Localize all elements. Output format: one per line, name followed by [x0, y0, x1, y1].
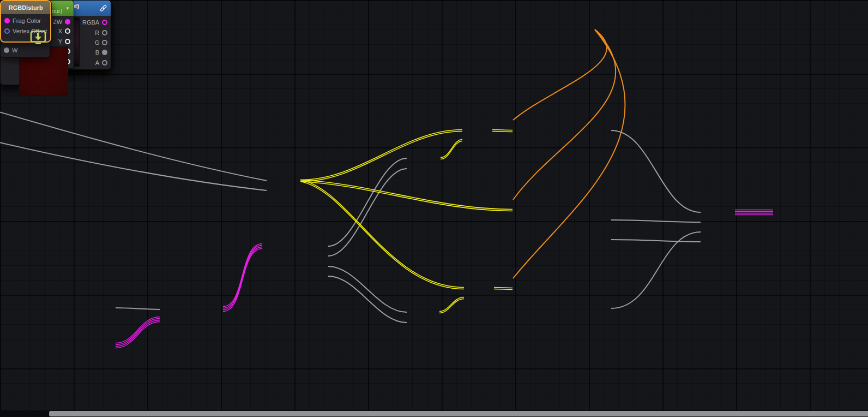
horizontal-scrollbar-thumb[interactable]	[49, 411, 868, 416]
node-title: RGBDisturb	[4, 4, 47, 11]
wires-layer	[0, 0, 868, 417]
port-label-w: W	[12, 47, 17, 53]
link-icon	[99, 4, 107, 12]
node-header[interactable]: RGBDisturb	[1, 1, 50, 14]
output-port-xyzw[interactable]	[65, 19, 70, 25]
shader-output-icon	[30, 31, 46, 45]
port-label-x: X	[58, 28, 62, 34]
node-rgbdisturb-master[interactable]: RGBDisturb Frag Color Vertex Offset	[0, 0, 51, 43]
port-label-r: R	[95, 29, 99, 36]
input-port-vertex-offset[interactable]	[4, 28, 10, 34]
chevron-down-icon[interactable]: ▾	[65, 5, 70, 11]
output-port-x[interactable]	[65, 28, 70, 34]
port-label-b: B	[95, 49, 99, 56]
output-port-y[interactable]	[65, 39, 70, 44]
shader-graph-canvas[interactable]: { "canvas": {"background": "#15161a", "g…	[0, 0, 868, 417]
port-label-g: G	[95, 39, 100, 46]
port-label-a: A	[95, 59, 99, 66]
input-port-frag-color[interactable]	[4, 18, 10, 23]
horizontal-scrollbar[interactable]	[0, 410, 868, 417]
output-port-g[interactable]	[102, 40, 107, 45]
port-label-frag-color: Frag Color	[13, 17, 41, 24]
port-label-y: Y	[58, 38, 62, 45]
port-label-rgba: RGBA	[82, 19, 99, 26]
output-port-b[interactable]	[102, 50, 107, 55]
output-port-a[interactable]	[102, 60, 107, 65]
output-port-r[interactable]	[102, 30, 107, 35]
input-port-w[interactable]	[4, 47, 9, 53]
output-port-rgba[interactable]	[102, 20, 107, 25]
